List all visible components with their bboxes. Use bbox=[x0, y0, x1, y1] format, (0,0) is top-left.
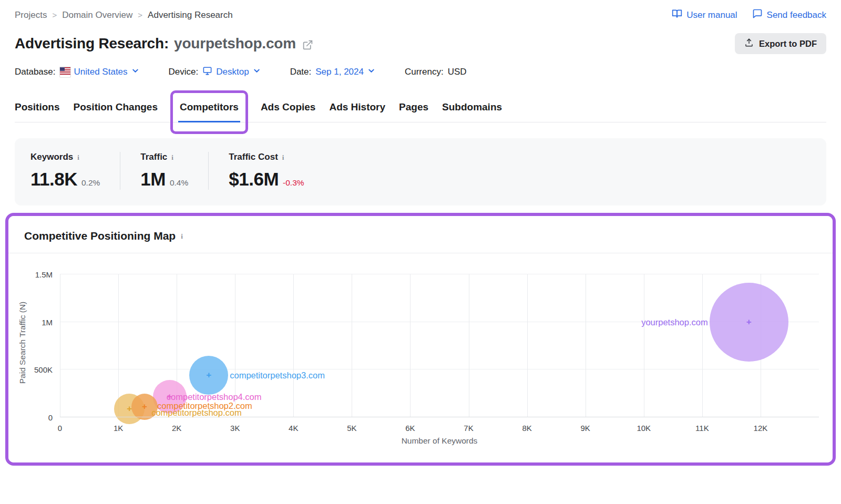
bubble-chart: Paid Search Traffic (N) 0500K1M1.5M+your… bbox=[8, 253, 833, 451]
y-tick-label: 1.5M bbox=[35, 270, 53, 279]
chevron-down-icon bbox=[367, 67, 375, 77]
tab-ads-history[interactable]: Ads History bbox=[329, 99, 385, 122]
x-tick-label: 0 bbox=[58, 424, 62, 433]
tab-competitors[interactable]: Competitors bbox=[180, 99, 239, 122]
currency-filter: Currency: USD bbox=[405, 67, 467, 77]
highlight-box: Competitive Positioning Map i Paid Searc… bbox=[5, 213, 836, 466]
export-to-pdf-button[interactable]: Export to PDF bbox=[735, 33, 826, 54]
chevron-down-icon bbox=[131, 67, 139, 77]
x-tick-label: 1K bbox=[114, 424, 123, 433]
currency-value: USD bbox=[448, 67, 467, 77]
user-manual-label: User manual bbox=[686, 10, 737, 20]
plot-area: 0500K1M1.5M+yourpetshop.com+competitorpe… bbox=[60, 274, 819, 417]
y-axis-label-col: Paid Search Traffic (N) bbox=[16, 274, 29, 448]
x-tick-label: 6K bbox=[405, 424, 415, 433]
plot-shell: 0500K1M1.5M+yourpetshop.com+competitorpe… bbox=[29, 274, 819, 448]
metric-label: Traffic Cost bbox=[229, 152, 278, 162]
book-icon bbox=[672, 8, 682, 22]
gridline-vertical bbox=[527, 274, 528, 417]
bubble-label[interactable]: yourpetshop.com bbox=[641, 317, 708, 327]
bubble-yourpetshop.com[interactable] bbox=[710, 283, 788, 362]
metric-value: 11.8K bbox=[30, 169, 77, 190]
us-flag-icon bbox=[60, 67, 70, 77]
x-tick-label: 11K bbox=[695, 424, 709, 433]
info-icon[interactable]: i bbox=[282, 154, 284, 161]
summary-metrics-card: Keywords i 11.8K 0.2% Traffic i 1M 0.4% … bbox=[15, 138, 826, 205]
gridline-horizontal bbox=[60, 369, 819, 369]
metric-traffic-cost: Traffic Cost i $1.6M -0.3% bbox=[208, 152, 324, 190]
x-tick-label: 8K bbox=[522, 424, 531, 433]
metric-delta: 0.4% bbox=[170, 178, 188, 188]
x-tick-label: 12K bbox=[754, 424, 768, 433]
bubble-label[interactable]: competitorpetshop3.com bbox=[230, 371, 325, 380]
database-select[interactable]: United States bbox=[60, 67, 139, 77]
chevron-down-icon bbox=[253, 67, 261, 77]
breadcrumb-projects[interactable]: Projects bbox=[15, 10, 47, 20]
breadcrumb-current: Advertising Research bbox=[148, 10, 233, 20]
metric-keywords: Keywords i 11.8K 0.2% bbox=[30, 152, 120, 190]
date-select[interactable]: Sep 1, 2024 bbox=[315, 67, 375, 77]
filter-bar: Database: United States Device: Desktop bbox=[15, 66, 826, 78]
date-filter: Date: Sep 1, 2024 bbox=[290, 67, 375, 77]
x-tick-label: 5K bbox=[347, 424, 356, 433]
device-select[interactable]: Desktop bbox=[202, 66, 260, 78]
bubble-label[interactable]: competitorpetshop2.com bbox=[157, 400, 252, 410]
device-value: Desktop bbox=[216, 67, 249, 77]
breadcrumb-separator: > bbox=[52, 11, 57, 19]
x-tick-label: 7K bbox=[464, 424, 473, 433]
date-value: Sep 1, 2024 bbox=[315, 67, 364, 77]
breadcrumb-separator: > bbox=[138, 11, 142, 19]
bubble-competitorpetshop3.com[interactable] bbox=[189, 356, 228, 395]
top-bar: Projects > Domain Overview > Advertising… bbox=[15, 8, 826, 22]
desktop-monitor-icon bbox=[202, 66, 212, 78]
send-feedback-label: Send feedback bbox=[767, 10, 826, 20]
breadcrumb-domain-overview[interactable]: Domain Overview bbox=[62, 10, 132, 20]
metric-label: Keywords bbox=[30, 152, 73, 162]
export-button-label: Export to PDF bbox=[759, 39, 817, 49]
tab-position-changes[interactable]: Position Changes bbox=[74, 99, 158, 122]
y-tick-label: 500K bbox=[34, 365, 53, 374]
x-tick-label: 10K bbox=[637, 424, 651, 433]
tab-bar: Positions Position Changes Competitors A… bbox=[15, 99, 826, 122]
x-axis-label: Number of Keywords bbox=[60, 436, 819, 448]
database-value: United States bbox=[74, 67, 128, 77]
page-title-domain: yourpetshop.com bbox=[174, 35, 296, 52]
gridline-vertical bbox=[293, 274, 294, 417]
metric-label: Traffic bbox=[140, 152, 167, 162]
info-icon[interactable]: i bbox=[171, 154, 173, 161]
map-header: Competitive Positioning Map i bbox=[8, 216, 833, 253]
page: Projects > Domain Overview > Advertising… bbox=[0, 0, 841, 476]
tab-pages[interactable]: Pages bbox=[399, 99, 428, 122]
gridline-vertical bbox=[410, 274, 411, 417]
top-links: User manual Send feedback bbox=[672, 8, 826, 22]
info-icon[interactable]: i bbox=[77, 154, 79, 161]
tab-ads-copies[interactable]: Ads Copies bbox=[261, 99, 316, 122]
export-icon bbox=[744, 38, 754, 49]
x-tick-label: 2K bbox=[172, 424, 181, 433]
device-label: Device: bbox=[169, 67, 199, 77]
tab-subdomains[interactable]: Subdomains bbox=[442, 99, 502, 122]
gridline-vertical bbox=[352, 274, 352, 417]
gridline-vertical bbox=[644, 274, 644, 417]
x-axis-ticks: 01K2K3K4K5K6K7K8K9K10K11K12K bbox=[60, 417, 819, 436]
x-tick-label: 4K bbox=[289, 424, 298, 433]
x-tick-label: 3K bbox=[230, 424, 240, 433]
date-label: Date: bbox=[290, 67, 312, 77]
gridline-vertical bbox=[702, 274, 703, 417]
send-feedback-link[interactable]: Send feedback bbox=[752, 8, 826, 22]
external-link-icon[interactable] bbox=[302, 39, 313, 50]
page-title-prefix: Advertising Research: bbox=[15, 35, 169, 52]
metric-value: $1.6M bbox=[229, 169, 279, 190]
metric-delta: 0.2% bbox=[81, 178, 100, 188]
database-label: Database: bbox=[15, 67, 56, 77]
user-manual-link[interactable]: User manual bbox=[672, 8, 737, 22]
y-axis-label: Paid Search Traffic (N) bbox=[18, 302, 27, 384]
device-filter: Device: Desktop bbox=[169, 66, 261, 78]
info-icon[interactable]: i bbox=[181, 233, 183, 240]
metric-delta: -0.3% bbox=[283, 178, 304, 188]
x-tick-label: 9K bbox=[581, 424, 590, 433]
tab-positions[interactable]: Positions bbox=[15, 99, 60, 122]
breadcrumb: Projects > Domain Overview > Advertising… bbox=[15, 10, 233, 20]
metric-traffic: Traffic i 1M 0.4% bbox=[120, 152, 208, 190]
y-tick-label: 1M bbox=[42, 317, 53, 326]
